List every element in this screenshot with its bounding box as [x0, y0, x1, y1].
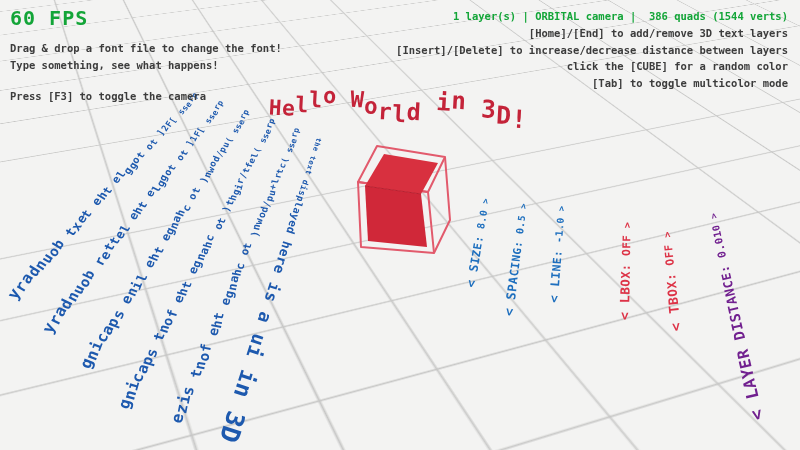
status-bar: 1 layer(s) | ORBITAL camera | 386 quads …: [396, 8, 788, 25]
hint-type: Type something, see what happens!: [10, 57, 282, 74]
param-label-lbox: < LBOX: OFF >: [616, 221, 634, 320]
hint-cube-color: click the [CUBE] for a random color: [396, 58, 788, 75]
hint-layer-distance: [Insert]/[Delete] to increase/decrease d…: [396, 42, 788, 59]
hint-camera: Press [F3] to toggle the camera: [10, 88, 282, 105]
hint-drag-drop: Drag & drop a font file to change the fo…: [10, 40, 282, 57]
hint-layers: [Home]/[End] to add/remove 3D text layer…: [396, 25, 788, 42]
app-window: the text displayed here is a ui in 3D pr…: [0, 0, 800, 450]
fps-counter: 60 FPS: [10, 6, 282, 30]
hint-multicolor: [Tab] to toggle multicolor mode: [396, 75, 788, 92]
hud-left: 60 FPS Drag & drop a font file to change…: [10, 6, 282, 104]
hud-right: 1 layer(s) | ORBITAL camera | 386 quads …: [396, 8, 788, 92]
